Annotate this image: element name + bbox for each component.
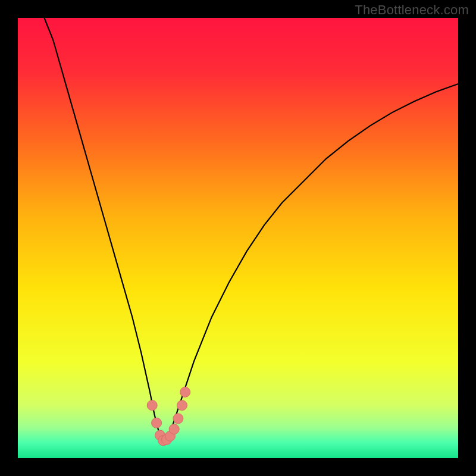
curve-marker — [147, 400, 157, 411]
plot-background — [18, 18, 458, 458]
curve-marker — [180, 387, 190, 397]
curve-marker — [152, 418, 162, 428]
curve-marker — [173, 414, 183, 424]
bottleneck-chart — [0, 0, 476, 476]
curve-marker — [177, 400, 187, 411]
watermark-text: TheBottleneck.com — [355, 2, 469, 18]
chart-stage: TheBottleneck.com — [0, 0, 476, 476]
curve-marker — [169, 424, 179, 434]
